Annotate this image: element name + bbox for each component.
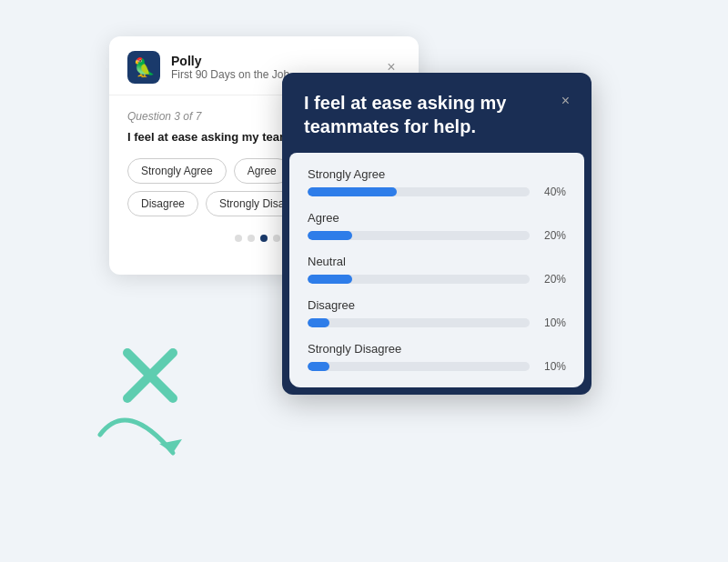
result-label-neutral: Neutral bbox=[308, 255, 566, 268]
result-bar-fill-strongly-agree bbox=[308, 187, 397, 196]
result-label-agree: Agree bbox=[308, 211, 566, 225]
result-bar-row-disagree: 10% bbox=[308, 316, 566, 329]
result-bar-row-strongly-disagree: 10% bbox=[308, 360, 566, 373]
result-bar-row-neutral: 20% bbox=[308, 273, 566, 286]
results-title: I feel at ease asking my teammates for h… bbox=[304, 91, 541, 138]
poll-survey-name: First 90 Days on the Job bbox=[171, 68, 289, 81]
polly-icon: 🦜 bbox=[127, 51, 160, 84]
result-bar-row-agree: 20% bbox=[308, 229, 566, 242]
decorative-arrow bbox=[73, 326, 237, 489]
result-pct-strongly-agree: 40% bbox=[537, 186, 566, 198]
results-body: Strongly Agree 40% Agree 20% Neutral bbox=[289, 153, 584, 387]
dot-1 bbox=[235, 235, 242, 242]
results-card: I feel at ease asking my teammates for h… bbox=[282, 73, 592, 395]
result-item-strongly-agree: Strongly Agree 40% bbox=[308, 167, 566, 198]
poll-app-info: Polly First 90 Days on the Job bbox=[171, 54, 289, 81]
result-label-strongly-disagree: Strongly Disagree bbox=[308, 342, 566, 356]
result-bar-row-strongly-agree: 40% bbox=[308, 186, 566, 198]
result-bar-bg-agree bbox=[308, 231, 530, 240]
result-bar-fill-agree bbox=[308, 231, 352, 240]
dot-4 bbox=[273, 235, 280, 242]
poll-card-header-left: 🦜 Polly First 90 Days on the Job bbox=[127, 51, 289, 84]
result-label-disagree: Disagree bbox=[308, 298, 566, 312]
dot-3 bbox=[260, 235, 268, 242]
option-strongly-agree[interactable]: Strongly Agree bbox=[127, 158, 227, 184]
result-item-disagree: Disagree 10% bbox=[308, 298, 566, 329]
result-item-neutral: Neutral 20% bbox=[308, 255, 566, 286]
result-pct-neutral: 20% bbox=[537, 273, 566, 286]
result-pct-agree: 20% bbox=[537, 229, 566, 242]
result-bar-fill-neutral bbox=[308, 275, 352, 284]
result-item-agree: Agree 20% bbox=[308, 211, 566, 242]
result-bar-bg-strongly-agree bbox=[308, 187, 530, 196]
result-pct-strongly-disagree: 10% bbox=[537, 360, 566, 373]
result-label-strongly-agree: Strongly Agree bbox=[308, 167, 566, 181]
result-bar-bg-neutral bbox=[308, 275, 530, 284]
result-bar-bg-strongly-disagree bbox=[308, 362, 530, 371]
result-pct-disagree: 10% bbox=[537, 316, 566, 329]
result-bar-bg-disagree bbox=[308, 318, 530, 327]
result-bar-fill-disagree bbox=[308, 318, 329, 327]
dot-2 bbox=[248, 235, 255, 242]
option-disagree[interactable]: Disagree bbox=[127, 191, 198, 216]
results-close-button[interactable]: × bbox=[561, 93, 570, 109]
result-bar-fill-strongly-disagree bbox=[308, 362, 329, 371]
poll-app-name: Polly bbox=[171, 54, 289, 68]
results-card-header: I feel at ease asking my teammates for h… bbox=[282, 73, 592, 153]
result-item-strongly-disagree: Strongly Disagree 10% bbox=[308, 342, 566, 373]
